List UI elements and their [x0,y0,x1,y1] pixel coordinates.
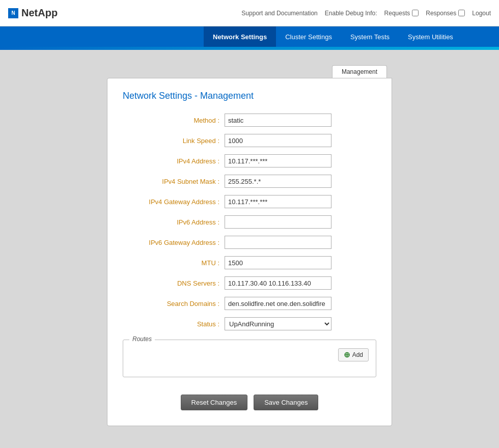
responses-group: Responses [426,10,465,17]
label-ipv6-gateway: IPv6 Gateway Address : [123,239,225,246]
form-row-dns-servers: DNS Servers : [123,276,376,290]
card-title: Network Settings - Management [123,91,376,101]
input-search-domains[interactable] [225,297,331,310]
form-row-ipv6-address: IPv6 Address : [123,215,376,229]
label-dns-servers: DNS Servers : [123,279,225,287]
label-search-domains: Search Domains : [123,300,225,307]
label-mtu: MTU : [123,259,225,267]
form-row-status: Status : UpAndRunning Down Disabled [123,317,376,330]
add-label: Add [352,351,363,358]
card: Network Settings - Management Method : L… [107,78,392,426]
requests-label: Requests [384,10,410,17]
nav-bar: Network Settings Cluster Settings System… [0,26,499,47]
label-link-speed: Link Speed : [123,137,225,145]
top-right-links: Support and Documentation Enable Debug I… [241,10,491,17]
responses-label: Responses [426,10,456,17]
nav-network-settings[interactable]: Network Settings [204,26,276,47]
logout-link[interactable]: Logout [472,10,491,17]
input-ipv6-gateway[interactable] [225,236,331,249]
nav-cluster-settings[interactable]: Cluster Settings [276,26,341,47]
logo-area: N NetApp [8,7,58,19]
label-ipv4-subnet: IPv4 Subnet Mask : [123,178,225,185]
input-ipv6-address[interactable] [225,215,331,229]
tab-management[interactable]: Management [332,65,387,78]
form-row-ipv6-gateway: IPv6 Gateway Address : [123,236,376,249]
nav-system-utilities[interactable]: System Utilities [399,26,462,47]
requests-checkbox[interactable] [412,10,419,16]
form-row-search-domains: Search Domains : [123,297,376,310]
action-row: Reset Changes Save Changes [123,395,376,410]
reset-changes-button[interactable]: Reset Changes [181,395,248,410]
input-ipv4-subnet[interactable] [225,175,331,188]
routes-legend: Routes [129,335,155,343]
label-ipv6-address: IPv6 Address : [123,218,225,226]
input-ipv4-address[interactable] [225,154,331,167]
form-row-ipv4-subnet: IPv4 Subnet Mask : [123,175,376,188]
form-row-link-speed: Link Speed : [123,134,376,147]
form-row-ipv4-gateway: IPv4 Gateway Address : [123,195,376,208]
select-status[interactable]: UpAndRunning Down Disabled [225,317,331,330]
routes-section: Routes ⊕ Add [123,340,376,377]
netapp-logo-icon: N [8,8,18,18]
form-row-method: Method : [123,114,376,127]
label-ipv4-address: IPv4 Address : [123,157,225,165]
input-mtu[interactable] [225,256,331,269]
input-ipv4-gateway[interactable] [225,195,331,208]
input-link-speed[interactable] [225,134,331,147]
nav-system-tests[interactable]: System Tests [341,26,399,47]
routes-inner: ⊕ Add [130,345,369,370]
debug-label: Enable Debug Info: [325,10,377,17]
top-bar: N NetApp Support and Documentation Enabl… [0,0,499,26]
tab-row: Management [107,65,392,78]
responses-checkbox[interactable] [458,10,465,16]
logo-text: NetApp [21,7,58,19]
routes-container: Routes ⊕ Add [123,338,376,387]
form-row-ipv4-address: IPv4 Address : [123,154,376,167]
input-method[interactable] [225,114,331,127]
card-wrapper: Management Network Settings - Management… [107,65,392,426]
add-route-button[interactable]: ⊕ Add [338,348,369,361]
support-link[interactable]: Support and Documentation [241,10,317,17]
main-content: Management Network Settings - Management… [0,50,499,441]
plus-icon: ⊕ [344,350,350,359]
label-method: Method : [123,117,225,124]
label-ipv4-gateway: IPv4 Gateway Address : [123,198,225,206]
input-dns-servers[interactable] [225,276,331,290]
form-row-mtu: MTU : [123,256,376,269]
label-status: Status : [123,320,225,328]
save-changes-button[interactable]: Save Changes [254,395,318,410]
requests-group: Requests [384,10,419,17]
